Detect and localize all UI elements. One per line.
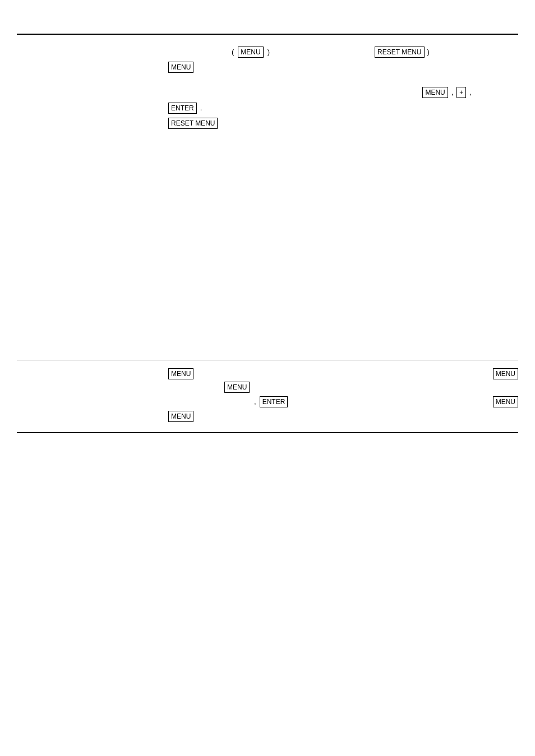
- text-open-paren: (: [232, 46, 234, 58]
- kbd-menu-1: MENU: [238, 47, 263, 58]
- kbd-bottom-menu-5: MENU: [168, 411, 193, 422]
- line-3: MENU , + ,: [17, 86, 518, 99]
- line-4: ENTER .: [17, 102, 518, 114]
- kbd-bottom-menu-4: MENU: [493, 396, 518, 407]
- text-bottom-comma: ,: [254, 395, 256, 408]
- text-comma-1: ,: [451, 86, 454, 99]
- bottom-line-2: MENU: [17, 382, 518, 393]
- kbd-bottom-menu-2: MENU: [493, 368, 518, 379]
- text-comma-2: ,: [469, 86, 472, 99]
- section-bottom: MENU MENU MENU , ENTER MENU MENU: [17, 360, 518, 433]
- bottom-line-3: , ENTER MENU: [17, 395, 518, 408]
- kbd-menu-3: MENU: [422, 87, 448, 98]
- section-top: ( MENU ) RESET MENU ) MENU MENU , + , EN…: [17, 35, 518, 360]
- kbd-reset-menu-2: RESET MENU: [168, 118, 218, 129]
- bottom-line-4: MENU: [17, 411, 518, 422]
- page: ( MENU ) RESET MENU ) MENU MENU , + , EN…: [0, 34, 535, 756]
- kbd-bottom-menu-1: MENU: [168, 368, 193, 379]
- line-1: ( MENU ) RESET MENU ): [17, 46, 518, 58]
- kbd-reset-menu-1: RESET MENU: [375, 47, 424, 58]
- kbd-plus: +: [456, 87, 466, 98]
- kbd-enter: ENTER: [168, 103, 197, 114]
- line-5: RESET MENU: [17, 118, 518, 129]
- line-2: MENU: [17, 62, 518, 73]
- bottom-line-1: MENU MENU: [17, 368, 518, 379]
- text-period: .: [200, 102, 202, 114]
- text-close-paren-2: ): [427, 46, 430, 58]
- kbd-bottom-menu-3: MENU: [224, 382, 250, 393]
- kbd-menu-2: MENU: [168, 62, 193, 73]
- kbd-bottom-enter: ENTER: [260, 396, 288, 407]
- text-close-paren-1: ): [268, 46, 270, 58]
